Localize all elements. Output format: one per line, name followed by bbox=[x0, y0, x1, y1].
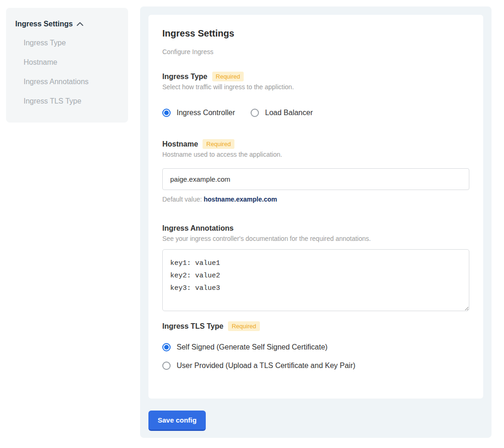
ingress-tls-radio-group: Self Signed (Generate Self Signed Certif… bbox=[162, 343, 469, 370]
ingress-annotations-label: Ingress Annotations bbox=[162, 224, 234, 233]
radio-self-signed[interactable]: Self Signed (Generate Self Signed Certif… bbox=[162, 343, 469, 351]
radio-user-provided-label: User Provided (Upload a TLS Certificate … bbox=[177, 362, 356, 370]
sidebar-item-ingress-annotations[interactable]: Ingress Annotations bbox=[24, 77, 119, 86]
sidebar-item-ingress-type[interactable]: Ingress Type bbox=[24, 38, 119, 47]
radio-load-balancer-label: Load Balancer bbox=[265, 109, 313, 117]
chevron-up-icon bbox=[76, 22, 84, 26]
section-hostname: Hostname Required Hostname used to acces… bbox=[162, 139, 469, 203]
page-subtitle: Configure Ingress bbox=[162, 48, 469, 55]
required-badge: Required bbox=[212, 72, 244, 81]
hostname-help: Hostname used to access the application. bbox=[162, 151, 469, 159]
section-ingress-tls-type: Ingress TLS Type Required Self Signed (G… bbox=[162, 321, 469, 370]
default-value-text: hostname.example.com bbox=[204, 196, 277, 203]
ingress-annotations-help: See your ingress controller's documentat… bbox=[162, 235, 469, 243]
radio-button-icon[interactable] bbox=[162, 343, 171, 351]
section-ingress-type: Ingress Type Required Select how traffic… bbox=[162, 72, 469, 117]
sidebar-item-ingress-tls-type[interactable]: Ingress TLS Type bbox=[24, 97, 119, 105]
ingress-type-label: Ingress Type bbox=[162, 72, 208, 81]
sidebar-item-list: Ingress Type Hostname Ingress Annotation… bbox=[15, 38, 119, 105]
ingress-type-help: Select how traffic will ingress to the a… bbox=[162, 83, 469, 91]
radio-user-provided[interactable]: User Provided (Upload a TLS Certificate … bbox=[162, 362, 469, 370]
config-panel: Ingress Settings Configure Ingress Ingre… bbox=[140, 6, 492, 438]
required-badge: Required bbox=[203, 139, 234, 149]
default-value-prefix: Default value: bbox=[162, 196, 202, 203]
hostname-default-value: Default value: hostname.example.com bbox=[162, 196, 469, 203]
radio-self-signed-label: Self Signed (Generate Self Signed Certif… bbox=[177, 343, 327, 351]
sidebar-group-title: Ingress Settings bbox=[15, 20, 73, 28]
ingress-type-radio-group: Ingress Controller Load Balancer bbox=[162, 109, 469, 117]
radio-ingress-controller[interactable]: Ingress Controller bbox=[162, 109, 235, 117]
sidebar-item-hostname[interactable]: Hostname bbox=[24, 58, 119, 67]
ingress-annotations-textarea[interactable]: key1: value1 key2: value2 key3: value3 bbox=[162, 249, 469, 311]
config-card: Ingress Settings Configure Ingress Ingre… bbox=[148, 15, 483, 399]
required-badge: Required bbox=[228, 321, 260, 331]
ingress-tls-type-label: Ingress TLS Type bbox=[162, 322, 223, 331]
page-title: Ingress Settings bbox=[162, 28, 469, 39]
radio-ingress-controller-label: Ingress Controller bbox=[177, 109, 235, 117]
sidebar-group-header[interactable]: Ingress Settings bbox=[15, 20, 119, 28]
save-config-button[interactable]: Save config bbox=[148, 411, 206, 431]
section-ingress-annotations: Ingress Annotations See your ingress con… bbox=[162, 224, 469, 311]
config-nav-sidebar: Ingress Settings Ingress Type Hostname I… bbox=[6, 8, 128, 123]
radio-load-balancer[interactable]: Load Balancer bbox=[251, 109, 313, 117]
radio-button-icon[interactable] bbox=[162, 109, 171, 117]
radio-button-icon[interactable] bbox=[162, 362, 171, 370]
radio-button-icon[interactable] bbox=[251, 109, 259, 117]
hostname-input[interactable] bbox=[162, 168, 469, 190]
hostname-label: Hostname bbox=[162, 140, 198, 149]
